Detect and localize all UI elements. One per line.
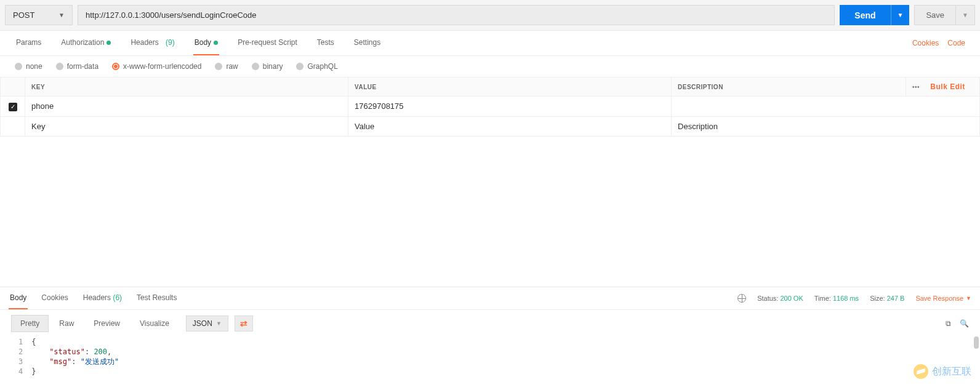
body-type-urlencoded[interactable]: x-www-form-urlencoded — [112, 62, 201, 71]
tab-params[interactable]: Params — [15, 31, 42, 55]
tab-headers[interactable]: Headers (9) — [129, 31, 175, 55]
body-type-formdata[interactable]: form-data — [56, 62, 98, 71]
tab-prerequest[interactable]: Pre-request Script — [236, 31, 299, 55]
watermark: 创新互联 — [914, 364, 971, 379]
body-type-graphql[interactable]: GraphQL — [296, 62, 337, 71]
view-preview[interactable]: Preview — [84, 315, 129, 332]
table-row-new: Key Value Description — [1, 116, 980, 136]
view-pretty[interactable]: Pretty — [11, 315, 49, 332]
response-body-viewer: 1 2 3 4 { "status": 200, "msg": "发送成功" } — [0, 337, 980, 385]
save-options-button[interactable]: ▼ — [956, 5, 975, 25]
body-type-raw[interactable]: raw — [215, 62, 238, 71]
body-type-binary[interactable]: binary — [252, 62, 283, 71]
save-button[interactable]: Save — [914, 5, 956, 25]
time-value: 1168 ms — [833, 295, 859, 302]
col-header-value: VALUE — [348, 77, 672, 97]
col-header-description: DESCRIPTION — [672, 77, 906, 97]
row-checkbox[interactable]: ✓ — [9, 103, 17, 111]
body-params-table: KEY VALUE DESCRIPTION ••• Bulk Edit ✓ ph… — [0, 77, 980, 137]
view-visualize[interactable]: Visualize — [131, 315, 179, 332]
chevron-down-icon: ▼ — [966, 295, 971, 301]
cell-description-placeholder[interactable]: Description — [672, 116, 980, 136]
cell-value-placeholder[interactable]: Value — [348, 116, 672, 136]
send-button[interactable]: Send — [840, 5, 890, 25]
code-link[interactable]: Code — [947, 39, 965, 47]
cell-key[interactable]: phone — [25, 97, 348, 117]
watermark-icon — [912, 362, 930, 380]
tab-authorization[interactable]: Authorization — [60, 31, 112, 55]
wrap-lines-button[interactable]: ⇄ — [235, 316, 253, 331]
format-select[interactable]: JSON ▼ — [186, 316, 228, 331]
size-value: 247 B — [887, 295, 905, 302]
response-panel: Body Cookies Headers (6) Test Results St… — [0, 287, 980, 385]
copy-icon[interactable]: ⧉ — [946, 319, 951, 328]
cell-value[interactable]: 17629708175 — [348, 97, 672, 117]
resp-tab-body[interactable]: Body — [9, 287, 28, 309]
resp-tab-headers[interactable]: Headers (6) — [82, 287, 123, 309]
cell-description[interactable] — [672, 97, 980, 117]
cookies-link[interactable]: Cookies — [912, 39, 939, 47]
scrollbar-thumb[interactable] — [974, 336, 979, 349]
tab-body[interactable]: Body — [193, 31, 219, 55]
cell-key-placeholder[interactable]: Key — [25, 116, 348, 136]
view-raw[interactable]: Raw — [50, 315, 83, 332]
status-dot-icon — [214, 41, 218, 45]
col-header-key: KEY — [25, 77, 348, 97]
request-url-bar: POST ▼ Send ▼ Save ▼ — [0, 0, 980, 31]
code-content[interactable]: { "status": 200, "msg": "发送成功" } — [31, 337, 119, 376]
status-dot-icon — [106, 41, 111, 45]
resp-tab-testresults[interactable]: Test Results — [135, 287, 178, 309]
resp-tab-cookies[interactable]: Cookies — [40, 287, 69, 309]
body-type-selector: none form-data x-www-form-urlencoded raw… — [0, 56, 980, 77]
tab-tests[interactable]: Tests — [316, 31, 335, 55]
globe-icon[interactable] — [737, 294, 746, 303]
bulk-edit-link[interactable]: Bulk Edit — [930, 82, 965, 91]
url-input[interactable] — [78, 5, 835, 25]
save-response-button[interactable]: Save Response ▼ — [915, 295, 971, 302]
search-icon[interactable]: 🔍 — [960, 319, 969, 328]
http-method-select[interactable]: POST ▼ — [5, 5, 73, 25]
more-options-icon[interactable]: ••• — [912, 84, 920, 90]
wrap-icon: ⇄ — [240, 319, 247, 328]
body-type-none[interactable]: none — [15, 62, 42, 71]
http-method-value: POST — [13, 10, 34, 20]
tab-settings[interactable]: Settings — [353, 31, 382, 55]
chevron-down-icon: ▼ — [58, 12, 65, 18]
chevron-down-icon: ▼ — [216, 320, 222, 327]
table-row: ✓ phone 17629708175 — [1, 97, 980, 117]
status-value: 200 OK — [780, 295, 803, 302]
request-tabs-row: Params Authorization Headers (9) Body Pr… — [0, 31, 980, 56]
send-options-button[interactable]: ▼ — [891, 5, 910, 25]
